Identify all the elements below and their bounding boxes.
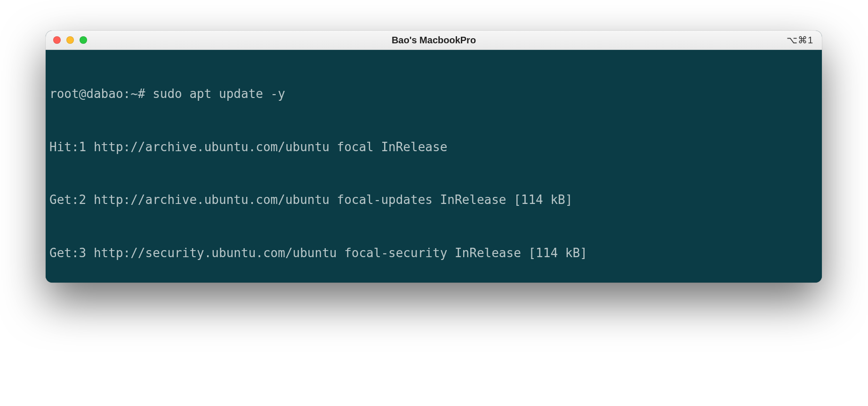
command-line: root@dabao:~# sudo apt update -y	[46, 85, 822, 103]
terminal-body[interactable]: root@dabao:~# sudo apt update -y Hit:1 h…	[46, 50, 822, 283]
close-icon[interactable]	[53, 36, 61, 44]
window-title: Bao's MacbookPro	[46, 35, 822, 46]
zoom-icon[interactable]	[80, 36, 87, 44]
minimize-icon[interactable]	[66, 36, 74, 44]
traffic-lights	[53, 36, 87, 44]
terminal-window: Bao's MacbookPro ⌥⌘1 root@dabao:~# sudo …	[46, 31, 822, 283]
titlebar: Bao's MacbookPro ⌥⌘1	[46, 31, 822, 50]
output-line: Hit:1 http://archive.ubuntu.com/ubuntu f…	[46, 138, 822, 156]
output-line: Get:3 http://security.ubuntu.com/ubuntu …	[46, 244, 822, 262]
prompt: root@dabao:~#	[49, 87, 153, 101]
command-text: sudo apt update -y	[153, 87, 285, 101]
output-line: Get:2 http://archive.ubuntu.com/ubuntu f…	[46, 191, 822, 209]
window-shortcut-label: ⌥⌘1	[787, 34, 813, 46]
